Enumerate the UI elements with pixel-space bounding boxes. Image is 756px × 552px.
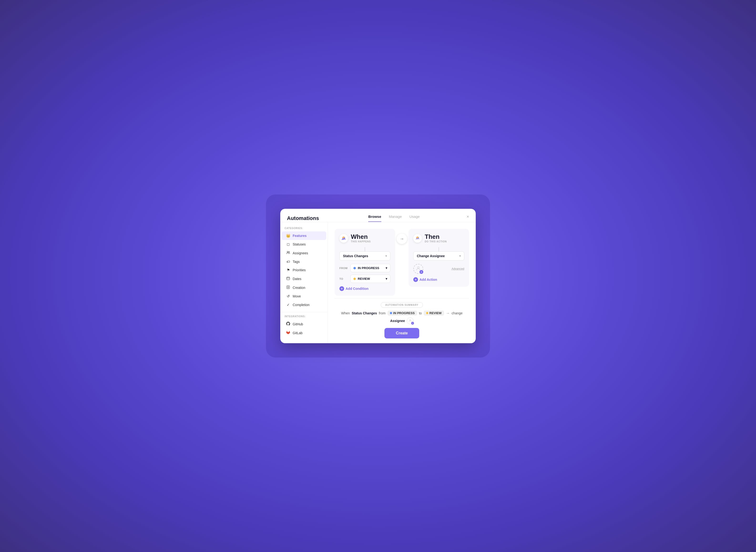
summary-to-dot [426,312,428,314]
assignee-plus-icon: + [420,270,423,274]
sidebar-item-statuses-label: Statuses [293,242,306,246]
when-logo [339,234,348,243]
add-condition-label: Add Condition [345,287,368,291]
svg-point-5 [410,319,411,320]
categories-label: CATEGORIES: [280,227,328,232]
sidebar-item-completion-label: Completion [293,303,310,307]
automation-builder: When THIS HAPPENS Status Changes ▾ FROM [335,229,469,296]
sidebar-item-features-label: Features [293,234,306,238]
trigger-chevron-icon: ▾ [386,254,387,258]
sidebar-item-features[interactable]: 👑 Features [282,232,326,240]
svg-point-4 [417,266,419,268]
then-connector-line [439,247,439,252]
add-action-label: Add Action [420,278,437,281]
then-title-block: Then DO THIS ACTION [425,234,447,243]
sidebar-item-priorities[interactable]: ⚑ Priorities [282,266,326,274]
sidebar-item-github[interactable]: GitHub [282,320,326,328]
summary-when-text: When [341,311,350,315]
to-status-dot [353,278,356,280]
svg-point-1 [289,252,290,252]
then-subtitle: DO THIS ACTION [425,240,447,243]
from-status-select[interactable]: IN PROGRESS ▾ [350,264,391,272]
summary-text: When Status Changes from IN PROGRESS to … [335,310,469,324]
assignee-placeholder: + Advanced [413,264,464,274]
summary-avatar: + [407,317,414,324]
sidebar-item-dates[interactable]: Dates [282,274,326,283]
automations-modal: Automations Browse Manage Usage × CATEGO… [280,209,476,343]
summary-from-dot [390,312,392,314]
when-connector-line [365,247,365,252]
summary-from-text: from [379,311,386,315]
modal-header: Automations Browse Manage Usage × [280,209,476,222]
sidebar-item-tags[interactable]: 🏷 Tags [282,257,326,266]
sidebar: CATEGORIES: 👑 Features ◻ Statuses [280,222,328,343]
to-row: TO REVIEW ▾ [339,275,391,283]
add-action-button[interactable]: + Add Action [413,277,464,282]
dates-icon [286,276,290,281]
assignee-avatar[interactable]: + [413,264,423,274]
add-condition-button[interactable]: + Add Condition [339,286,391,291]
sidebar-item-priorities-label: Priorities [293,268,306,272]
add-condition-icon: + [339,286,344,291]
summary-from-status: IN PROGRESS [393,311,415,315]
sidebar-item-tags-label: Tags [293,260,300,264]
from-status-inner: IN PROGRESS [353,266,379,270]
creation-icon [286,285,290,290]
create-button[interactable]: Create [385,328,419,338]
summary-arrow-icon: → [446,311,450,315]
tabs-container: Browse Manage Usage [368,215,420,222]
when-section: When THIS HAPPENS Status Changes ▾ FROM [335,229,395,296]
to-status-inner: REVIEW [353,277,370,281]
sidebar-item-move-label: Move [293,294,301,298]
svg-rect-2 [287,277,290,280]
summary-to-badge: REVIEW [424,310,444,315]
sidebar-item-statuses[interactable]: ◻ Statuses [282,240,326,249]
tab-usage[interactable]: Usage [410,215,420,222]
to-chevron-icon: ▾ [386,277,387,281]
sidebar-item-creation-label: Creation [293,286,305,290]
arrow-circle: → [397,234,407,244]
tab-browse[interactable]: Browse [368,215,381,222]
summary-to-text: to [419,311,422,315]
sidebar-item-creation[interactable]: Creation [282,283,326,292]
add-action-icon: + [413,277,418,282]
from-status-label: IN PROGRESS [358,266,379,270]
priorities-icon: ⚑ [286,268,290,272]
then-logo [413,234,422,243]
integrations-label: INTEGRATIONS: [280,315,328,320]
summary-section: AUTOMATION SUMMARY When Status Changes f… [335,298,469,338]
advanced-button[interactable]: Advanced [452,267,464,271]
connector-arrow: → [395,229,409,244]
from-chevron-icon: ▾ [386,266,387,270]
sidebar-item-dates-label: Dates [293,277,301,281]
from-row: FROM IN PROGRESS ▾ [339,264,391,272]
when-subtitle: THIS HAPPENS [351,240,371,243]
modal-title: Automations [287,215,319,222]
sidebar-item-move[interactable]: ↺ Move [282,292,326,300]
from-status-dot [353,267,356,269]
sidebar-item-gitlab[interactable]: GitLab [282,328,326,337]
action-chevron-icon: ▾ [459,254,461,258]
move-icon: ↺ [286,294,290,298]
action-select-label: Change Assignee [417,254,445,258]
to-status-select[interactable]: REVIEW ▾ [350,275,391,283]
from-label: FROM [339,267,348,270]
github-icon [286,322,290,326]
to-status-label: REVIEW [358,277,370,281]
close-button[interactable]: × [466,215,469,219]
main-content: When THIS HAPPENS Status Changes ▾ FROM [328,222,476,343]
crown-icon: 👑 [286,234,290,238]
to-label: TO [339,277,348,280]
sidebar-item-completion[interactable]: ✓ Completion [282,300,326,309]
svg-point-0 [287,252,288,253]
summary-avatar-plus-icon: + [411,322,414,325]
action-select[interactable]: Change Assignee ▾ [413,252,464,261]
tags-icon: 🏷 [286,260,290,264]
when-header: When THIS HAPPENS [339,234,391,243]
sidebar-item-assignees[interactable]: Assignees [282,249,326,257]
trigger-select[interactable]: Status Changes ▾ [339,252,391,261]
tab-manage[interactable]: Manage [389,215,402,222]
completion-icon: ✓ [286,303,290,307]
then-header: Then DO THIS ACTION [413,234,464,243]
when-title-block: When THIS HAPPENS [351,234,371,243]
